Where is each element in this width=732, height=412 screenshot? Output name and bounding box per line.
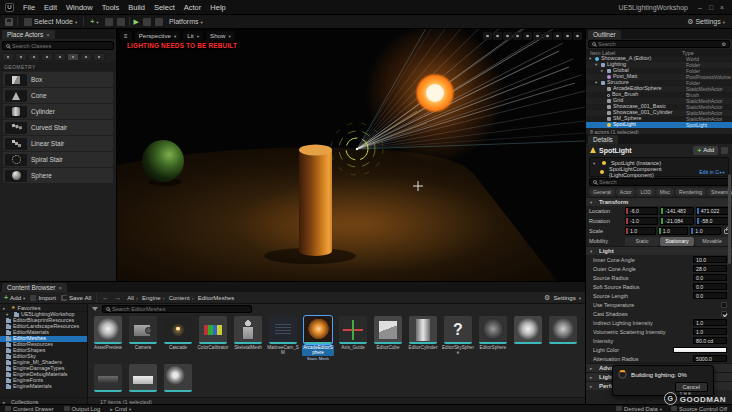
intensity-field[interactable]: 80.0 cd — [693, 337, 727, 344]
rotation-snap-icon[interactable] — [553, 32, 562, 40]
asset-cell[interactable]: ColorCalibrator — [197, 316, 229, 361]
forward-button[interactable]: → — [114, 294, 121, 301]
place-actor-box[interactable]: Box — [3, 72, 113, 87]
asset-cell[interactable]: EditorCylinder — [407, 316, 439, 361]
tab-misc[interactable]: Misc — [656, 188, 674, 196]
show-dropdown[interactable]: Show — [206, 31, 235, 40]
place-actors-search-input[interactable] — [12, 43, 110, 49]
window-close-button[interactable]: × — [717, 4, 727, 11]
section-transform[interactable]: Transform — [586, 197, 732, 206]
asset-cell[interactable] — [127, 364, 159, 392]
settings-dropdown[interactable]: ⚙Settings — [685, 17, 727, 26]
breadcrumb-editormeshes[interactable]: EditorMeshes — [197, 295, 236, 301]
rotate-tool-icon[interactable] — [503, 32, 512, 40]
menu-actor[interactable]: Actor — [180, 2, 206, 13]
volumetric-scattering-field[interactable]: 1.0 — [693, 328, 727, 335]
back-button[interactable]: ← — [102, 294, 109, 301]
category-lights-icon[interactable] — [28, 53, 40, 61]
dark-sphere-thumbnail[interactable] — [479, 316, 507, 344]
play-button[interactable]: ▶ — [134, 18, 139, 25]
axis-guide-thumbnail[interactable] — [339, 316, 367, 344]
details-search-input[interactable] — [599, 179, 725, 185]
tab-lod[interactable]: LOD — [636, 188, 654, 196]
source-radius-field[interactable]: 0.0 — [693, 274, 727, 281]
cinematics-icon[interactable] — [117, 18, 125, 26]
place-actor-spiral-stair[interactable]: Spiral Stair — [3, 152, 113, 167]
tab-details[interactable]: Details — [588, 135, 618, 144]
dark-asset-thumbnail[interactable] — [269, 316, 297, 344]
category-recent-icon[interactable] — [2, 53, 14, 61]
outliner-settings-icon[interactable]: ⚙ — [722, 42, 726, 47]
blueprints-icon[interactable] — [105, 18, 113, 26]
shaded-sphere-thumbnail[interactable] — [164, 364, 192, 392]
asset-cell[interactable]: Camera — [127, 316, 159, 361]
question-mark-thumbnail[interactable] — [444, 316, 472, 344]
tab-place-actors[interactable]: Place Actors× — [2, 30, 55, 39]
favorites-header[interactable]: ★Favorites — [0, 304, 87, 312]
details-search[interactable] — [589, 178, 729, 186]
camera-asset-thumbnail[interactable] — [129, 316, 157, 344]
asset-cell[interactable]: EditorSkySphere — [442, 316, 474, 361]
viewport-options-menu[interactable]: ≡ — [120, 31, 132, 40]
menu-file[interactable]: File — [19, 2, 39, 13]
cylinder-asset-thumbnail[interactable] — [409, 316, 437, 344]
breadcrumb-content[interactable]: Content — [168, 295, 197, 301]
place-actor-linear-stair[interactable]: Linear Stair — [3, 136, 113, 151]
indirect-lighting-intensity-field[interactable]: 1.0 — [693, 319, 727, 326]
menu-tools[interactable]: Tools — [98, 2, 124, 13]
mobility-stationary-button[interactable]: Stationary — [660, 237, 694, 246]
orange-sphere-thumbnail[interactable] — [304, 316, 332, 344]
place-actor-sphere[interactable]: Sphere — [3, 168, 113, 183]
sphere-asset-thumbnail[interactable] — [514, 316, 542, 344]
column-item-label[interactable]: Item Label — [590, 50, 615, 56]
edit-in-cpp-link[interactable]: Edit in C++ — [699, 169, 725, 175]
sphere-asset-thumbnail[interactable] — [94, 316, 122, 344]
outliner-row-folder[interactable]: StructureFolder — [586, 80, 732, 86]
tab-content-browser[interactable]: Content Browser× — [2, 283, 67, 292]
asset-cell[interactable]: EditorCube — [372, 316, 404, 361]
window-maximize-button[interactable]: □ — [706, 4, 716, 11]
menu-edit[interactable]: Edit — [40, 2, 61, 13]
browse-icon[interactable] — [721, 147, 728, 154]
asset-cell[interactable]: SkeletalMesh — [232, 316, 264, 361]
rotation-z-field[interactable]: -58.0 — [696, 217, 729, 225]
perspective-dropdown[interactable]: Perspective — [135, 31, 181, 40]
scale-y-field[interactable]: 1.0 — [658, 227, 689, 235]
scale-z-field[interactable]: 1.0 — [690, 227, 721, 235]
inner-cone-angle-field[interactable]: 10.0 — [693, 256, 727, 263]
rotation-y-field[interactable]: -21.084 — [660, 217, 693, 225]
tab-outliner[interactable]: Outliner — [588, 30, 621, 39]
maximize-viewport-icon[interactable] — [573, 32, 582, 40]
select-tool-icon[interactable] — [483, 32, 492, 40]
asset-cell[interactable] — [92, 364, 124, 392]
save-icon[interactable] — [5, 18, 13, 26]
asset-cell[interactable]: EditorSphere — [477, 316, 509, 361]
scale-x-field[interactable]: 1.0 — [625, 227, 656, 235]
content-browser-settings[interactable]: ⚙Settings — [544, 294, 581, 301]
asset-cell[interactable] — [547, 316, 579, 361]
world-space-icon[interactable] — [523, 32, 532, 40]
soft-source-radius-field[interactable]: 0.0 — [693, 283, 727, 290]
outer-cone-angle-field[interactable]: 28.0 — [693, 265, 727, 272]
dark-plane-thumbnail[interactable] — [94, 364, 122, 392]
outliner-row-folder[interactable]: LightingFolder — [586, 62, 732, 68]
cmd-console[interactable]: Cmd — [110, 406, 131, 412]
tab-rendering[interactable]: Rendering — [675, 188, 706, 196]
light-plane-thumbnail[interactable] — [129, 364, 157, 392]
component-lightcomponent[interactable]: SpotLightComponent (LightComponent)Edit … — [590, 167, 728, 176]
platforms-dropdown[interactable]: Platforms — [167, 17, 205, 26]
outliner-row-world[interactable]: Showcase_A (Editor)World — [586, 56, 732, 62]
category-basic-icon[interactable] — [15, 53, 27, 61]
outliner-search-input[interactable] — [598, 41, 720, 47]
light-color-swatch[interactable] — [673, 347, 727, 353]
details-scrollbar[interactable] — [728, 174, 731, 264]
category-cinematic-icon[interactable] — [41, 53, 53, 61]
skip-icon[interactable] — [155, 18, 163, 26]
derived-data-button[interactable]: Derived Data — [616, 406, 662, 412]
asset-search-input[interactable] — [112, 306, 248, 312]
surface-snap-icon[interactable] — [533, 32, 542, 40]
tree-item[interactable]: EngineMaterials — [0, 384, 87, 390]
section-light[interactable]: Light — [586, 246, 732, 255]
outliner-search[interactable]: ⚙ — [588, 40, 730, 48]
attenuation-radius-field[interactable]: 5000.0 — [693, 355, 727, 362]
